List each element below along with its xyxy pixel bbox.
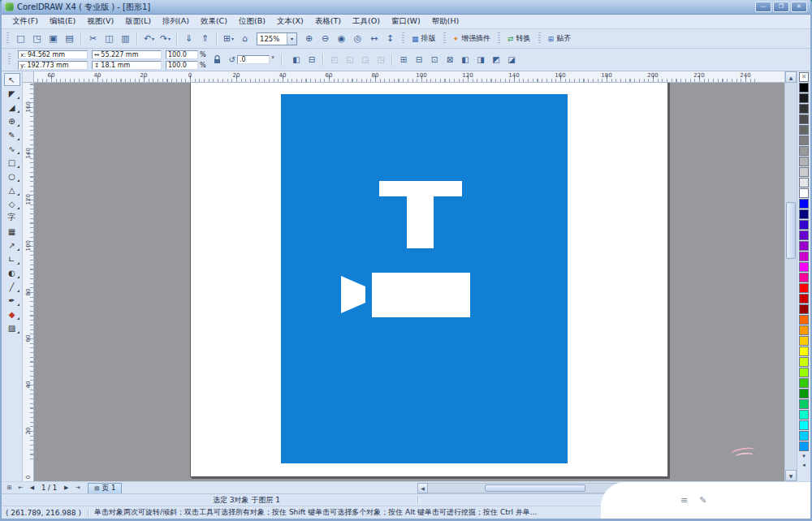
sign-background[interactable] [281,94,568,463]
vertical-ruler[interactable]: 160140120100806040200 [23,83,34,481]
close-button[interactable]: ✕ [791,2,807,12]
color-swatch[interactable] [799,357,809,367]
menu-item[interactable]: 表格(T) [309,15,347,28]
typeset-button[interactable]: ▦排版 [408,32,440,46]
zoom-in-button[interactable]: ⊕ [301,32,317,46]
open-button[interactable]: ◳ [29,32,45,46]
blend-tool[interactable]: ◐ [4,266,20,279]
color-swatch[interactable] [799,294,809,304]
toolbar-gripper[interactable] [498,32,500,45]
menu-item[interactable]: 帮助(H) [426,15,465,28]
convert-button[interactable]: ⇄转换 [503,32,535,46]
propbar-gripper[interactable] [8,54,11,66]
vertical-scroll-track[interactable] [785,83,797,470]
table-tool[interactable]: ▦ [4,225,20,238]
menu-item[interactable]: 效果(C) [195,15,233,28]
page[interactable] [190,83,668,477]
color-swatch[interactable] [799,273,809,282]
minimize-button[interactable]: — [755,2,771,12]
color-swatch[interactable] [799,146,809,156]
menu-item[interactable]: 工具(O) [347,15,386,28]
toolbar-gripper[interactable] [443,32,446,45]
save-button[interactable]: ▣ [45,32,61,46]
menu-item[interactable]: 视图(V) [81,15,119,28]
menu-item[interactable]: 文件(F) [6,15,44,28]
menu-item[interactable]: 编辑(E) [44,15,81,28]
scroll-left-button[interactable]: ◀ [417,483,428,493]
plugins-button[interactable]: ✦增强插件 [449,32,495,46]
fill-tool[interactable]: ◆ [4,308,20,321]
import-button[interactable]: ⇓ [181,32,197,46]
color-swatch[interactable] [799,114,809,124]
color-swatch[interactable] [799,178,809,187]
color-swatch[interactable] [799,315,809,325]
color-swatch[interactable] [799,325,809,335]
color-swatch[interactable] [799,441,809,451]
toolbar-gripper[interactable] [538,32,541,45]
first-page-button[interactable]: ⇤ [15,483,26,493]
color-swatch[interactable] [799,283,809,293]
color-swatch[interactable] [799,410,809,420]
object-height-field[interactable]: ↕ 18.1 mm [92,61,162,70]
shape-tool[interactable]: ◤ [4,87,20,100]
color-swatch[interactable] [799,230,809,240]
page-tab[interactable]: ▤ 页 1 [88,483,122,493]
outline-pen-tool[interactable]: ✒ [4,294,20,307]
zoom-level-combo[interactable]: 125% ▾ [257,32,297,45]
color-swatch[interactable] [799,83,809,93]
smart-drawing-tool[interactable]: ∿ [4,142,20,155]
freehand-tool[interactable]: ✎ [4,128,20,141]
color-swatch[interactable] [799,167,809,177]
connector-tool[interactable]: ∟ [4,252,20,265]
camera-body-shape[interactable] [372,273,470,317]
eyedropper-tool[interactable]: ╱ [4,280,20,293]
zoom-page-height-button[interactable]: ↕ [382,32,398,46]
copy-button[interactable]: ◫ [102,32,117,46]
menu-item[interactable]: 版面(L) [119,15,157,28]
application-launcher-button[interactable]: ⊞▾ [221,32,236,46]
mirror-vertical-button[interactable]: ⊟ [304,53,319,67]
welcome-screen-button[interactable]: ⌂ [237,32,253,46]
previous-page-button[interactable]: ◀ [27,483,37,493]
simplify-button[interactable]: ◪ [504,53,519,67]
zoom-level-dropdown-icon[interactable]: ▾ [287,33,296,45]
scale-vertical-field[interactable]: 100.0 [166,61,198,70]
toolbar-gripper[interactable] [6,32,9,45]
color-swatch[interactable] [799,304,809,314]
scroll-down-button[interactable]: ▼ [785,470,797,481]
export-button[interactable]: ⇑ [197,32,213,46]
align-button[interactable]: ◧ [458,53,473,67]
object-width-field[interactable]: ↔ 55.227 mm [92,50,162,59]
menu-item[interactable]: 窗口(W) [386,15,426,28]
scale-horizontal-field[interactable]: 100.0 [166,50,198,59]
color-swatch[interactable] [799,93,809,103]
canvas[interactable] [34,83,784,481]
maximize-button[interactable]: ❐ [773,2,789,12]
new-document-button[interactable]: □ [13,32,28,46]
color-swatch[interactable] [799,252,809,261]
menu-item[interactable]: 文本(X) [271,15,309,28]
color-swatch[interactable] [799,420,809,430]
to-front-button[interactable]: ⊞ [396,53,411,67]
to-back-button[interactable]: ⊟ [412,53,426,67]
letter-t-bar-shape[interactable] [379,181,462,196]
zoom-all-button[interactable]: ◎ [350,32,365,46]
color-swatch[interactable] [799,125,809,135]
color-swatch[interactable] [799,347,809,356]
zoom-page-width-button[interactable]: ↔ [366,32,382,46]
lock-ratio-button[interactable] [210,53,225,67]
menu-item[interactable]: 位图(B) [233,15,271,28]
scroll-up-button[interactable]: ▲ [785,71,797,83]
next-page-button[interactable]: ▶ [61,483,71,493]
vertical-scrollbar[interactable]: ▲ ▼ [784,71,797,481]
last-page-button[interactable]: ⇥ [72,483,83,493]
distribute-button[interactable]: ◨ [473,53,488,67]
intersect-button[interactable]: ◩ [489,53,503,67]
titlebar[interactable]: CorelDRAW X4 ( 专业版 ) - [图形1] — ❐ ✕ [2,0,810,15]
zoom-selected-button[interactable]: ◉ [334,32,349,46]
undo-button[interactable]: ↶▾ [141,32,157,46]
no-color-swatch[interactable]: ✕ [799,72,809,82]
color-swatch[interactable] [799,209,809,219]
color-swatch[interactable] [799,220,809,230]
basic-shapes-tool[interactable]: ◇ [4,197,20,210]
